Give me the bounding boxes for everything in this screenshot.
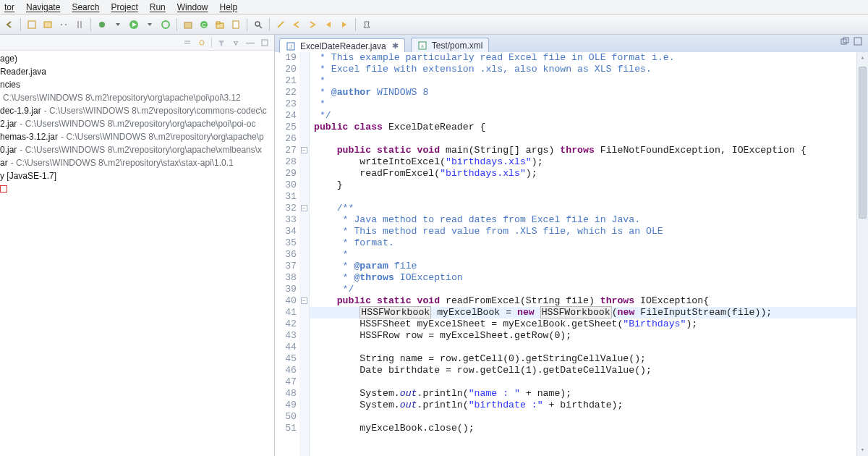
- line-number[interactable]: 35: [275, 237, 297, 249]
- code-line[interactable]: * This example particularly read Excel f…: [310, 52, 856, 64]
- code-line[interactable]: [310, 376, 856, 388]
- line-number[interactable]: 47: [275, 376, 297, 388]
- code-line[interactable]: *: [310, 249, 856, 261]
- code-line[interactable]: public static void main(String[] args) t…: [310, 145, 856, 156]
- tree-item[interactable]: Reader.java: [0, 65, 274, 78]
- menu-search[interactable]: Search: [70, 2, 101, 12]
- editor-tab[interactable]: XTest/pom.xml: [411, 38, 490, 52]
- explorer-tree[interactable]: age)Reader.javanciesC:\Users\WINDOWS 8\.…: [0, 51, 274, 193]
- tab-close-icon[interactable]: ✱: [391, 41, 399, 51]
- line-number[interactable]: 21: [275, 75, 297, 87]
- line-number[interactable]: 40: [275, 295, 297, 307]
- code-line[interactable]: String name = row.getCell(0).getStringCe…: [310, 353, 856, 365]
- maximize-editor-icon[interactable]: [854, 37, 862, 47]
- run-drop-btn[interactable]: [143, 18, 156, 31]
- code-line[interactable]: myExcelBook.close();: [310, 423, 856, 434]
- toggle-block-btn[interactable]: [41, 18, 54, 31]
- prev-edit-btn[interactable]: [290, 18, 303, 31]
- new-package-btn[interactable]: [182, 18, 195, 31]
- tree-item[interactable]: ncies: [0, 78, 274, 91]
- code-line[interactable]: * Java method to read dates from Excel f…: [310, 214, 856, 226]
- menu-project[interactable]: Project: [109, 2, 139, 12]
- show-whitespace-btn[interactable]: [57, 18, 70, 31]
- restore-view-icon[interactable]: [841, 37, 849, 47]
- code-line[interactable]: readFromExcel("birthdays.xls");: [310, 168, 856, 180]
- toggle-comment-btn[interactable]: [25, 18, 38, 31]
- code-line[interactable]: writeIntoExcel("birthdays.xls");: [310, 156, 856, 168]
- tree-item[interactable]: ar - C:\Users\WINDOWS 8\.m2\repository\s…: [0, 156, 274, 169]
- next-edit-btn[interactable]: [306, 18, 319, 31]
- line-number[interactable]: 39: [275, 284, 297, 295]
- code-line[interactable]: * @throws IOException: [310, 272, 856, 284]
- code-line[interactable]: [310, 133, 856, 145]
- fold-toggle-icon[interactable]: −: [301, 297, 307, 304]
- tree-item[interactable]: 2.jar - C:\Users\WINDOWS 8\.m2\repositor…: [0, 117, 274, 130]
- tree-item[interactable]: age): [0, 52, 274, 65]
- line-number-gutter[interactable]: 1920212223242526272829303132333435363738…: [275, 52, 299, 456]
- line-number[interactable]: 22: [275, 87, 297, 98]
- menu-navigate[interactable]: Navigate: [25, 2, 61, 12]
- line-number[interactable]: 45: [275, 353, 297, 365]
- menu-window[interactable]: Window: [176, 2, 210, 12]
- code-line[interactable]: */: [310, 110, 856, 122]
- line-number[interactable]: 36: [275, 249, 297, 261]
- new-class-btn[interactable]: C: [197, 18, 210, 31]
- code-line[interactable]: }: [310, 180, 856, 191]
- code-line[interactable]: *: [310, 98, 856, 110]
- code-line[interactable]: /**: [310, 203, 856, 214]
- code-line[interactable]: [310, 191, 856, 203]
- code-line[interactable]: public static void readFromExcel(String …: [310, 295, 856, 307]
- line-number[interactable]: 26: [275, 133, 297, 145]
- filter-icon[interactable]: [216, 38, 226, 48]
- menubar[interactable]: torNavigateSearchProjectRunWindowHelp: [0, 0, 868, 14]
- line-number[interactable]: 46: [275, 365, 297, 376]
- back-history-btn[interactable]: [322, 18, 335, 31]
- line-number[interactable]: 19: [275, 52, 297, 64]
- tree-item[interactable]: y [JavaSE-1.7]: [0, 169, 274, 182]
- collapse-all-icon[interactable]: [182, 38, 192, 48]
- show-guides-btn[interactable]: [73, 18, 86, 31]
- menu-help[interactable]: Help: [218, 2, 239, 12]
- code-line[interactable]: System.out.println("name : " + name);: [310, 388, 856, 400]
- menu-run[interactable]: Run: [148, 2, 167, 12]
- scroll-up-arrow[interactable]: ▴: [857, 52, 868, 64]
- line-number[interactable]: 42: [275, 318, 297, 330]
- minimize-view-icon[interactable]: —: [245, 38, 255, 48]
- pin-btn[interactable]: [360, 18, 373, 31]
- vertical-scrollbar[interactable]: ▴ ▾: [856, 52, 868, 456]
- run-btn[interactable]: [127, 18, 140, 31]
- run-last-btn[interactable]: [159, 18, 172, 31]
- line-number[interactable]: 31: [275, 191, 297, 203]
- line-number[interactable]: 41: [275, 307, 297, 318]
- view-menu-icon[interactable]: ▿: [231, 38, 241, 48]
- search-btn[interactable]: [252, 18, 265, 31]
- debug-drop-btn[interactable]: [111, 18, 124, 31]
- tree-item[interactable]: C:\Users\WINDOWS 8\.m2\repository\org\ap…: [0, 91, 274, 104]
- code-line[interactable]: public class ExcelDateReader {: [310, 122, 856, 133]
- line-number[interactable]: 38: [275, 272, 297, 284]
- fold-column[interactable]: −−−: [299, 52, 310, 456]
- line-number[interactable]: 44: [275, 342, 297, 353]
- code-line[interactable]: */: [310, 284, 856, 295]
- code-line[interactable]: * format.: [310, 237, 856, 249]
- code-line[interactable]: System.out.println("birthdate :" + birth…: [310, 400, 856, 411]
- line-number[interactable]: 51: [275, 423, 297, 434]
- fold-toggle-icon[interactable]: −: [301, 205, 307, 211]
- code-line[interactable]: HSSFWorkbook myExcelBook = new HSSFWorkb…: [310, 307, 856, 318]
- menu-tor[interactable]: tor: [3, 2, 16, 12]
- debug-btn[interactable]: [95, 18, 109, 31]
- code-line[interactable]: * @param file: [310, 261, 856, 272]
- wand-btn[interactable]: [274, 18, 287, 31]
- line-number[interactable]: 50: [275, 411, 297, 423]
- line-number[interactable]: 49: [275, 400, 297, 411]
- code-line[interactable]: * @author WINDOWS 8: [310, 87, 856, 98]
- code-line[interactable]: * Excel file with extension .xls, also k…: [310, 64, 856, 75]
- line-number[interactable]: 48: [275, 388, 297, 400]
- maximize-view-icon[interactable]: [260, 38, 270, 48]
- editor-tabstrip[interactable]: JExcelDateReader.java✱XTest/pom.xml: [275, 35, 868, 52]
- line-number[interactable]: 20: [275, 64, 297, 75]
- line-number[interactable]: 33: [275, 214, 297, 226]
- line-number[interactable]: 30: [275, 180, 297, 191]
- fold-toggle-icon[interactable]: −: [301, 147, 307, 153]
- code-line[interactable]: Date birthdate = row.getCell(1).getDateC…: [310, 365, 856, 376]
